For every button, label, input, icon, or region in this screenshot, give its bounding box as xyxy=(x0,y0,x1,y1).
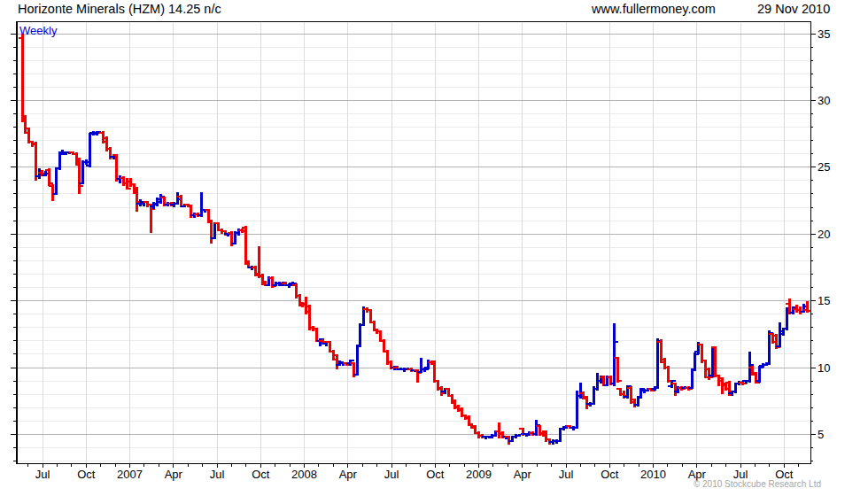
y-axis-label: 10 xyxy=(818,361,830,375)
x-axis-label: 2007 xyxy=(117,468,143,481)
x-axis-label: 2008 xyxy=(291,468,317,481)
y-axis-label: 15 xyxy=(818,294,830,307)
x-axis-label: Apr xyxy=(514,468,532,481)
x-axis-label: Jul xyxy=(384,468,399,481)
x-axis-label: Oct xyxy=(426,468,445,481)
y-axis-label: 25 xyxy=(818,160,830,174)
x-axis-label: Apr xyxy=(165,468,183,481)
x-axis-label: 2010 xyxy=(640,468,666,481)
frequency-label: Weekly xyxy=(19,24,57,37)
x-axis-label: Oct xyxy=(77,468,96,481)
copyright-notice: © 2010 Stockcube Research Ltd xyxy=(694,479,821,489)
y-axis-label: 5 xyxy=(818,428,824,441)
price-chart-svg: 3530252015105JulOct2007AprJulOct2008AprJ… xyxy=(0,0,868,496)
y-axis-label: 35 xyxy=(818,27,830,41)
x-axis-label: 2009 xyxy=(466,468,492,481)
y-axis-label: 20 xyxy=(818,228,830,241)
x-axis-label: Jul xyxy=(35,468,50,481)
x-axis-label: Oct xyxy=(601,468,619,481)
x-axis-label: Jul xyxy=(210,468,225,481)
x-axis-label: Jul xyxy=(559,468,574,481)
x-axis-label: Apr xyxy=(339,468,358,481)
x-axis-label: Oct xyxy=(252,468,270,481)
y-axis-label: 30 xyxy=(818,94,830,107)
